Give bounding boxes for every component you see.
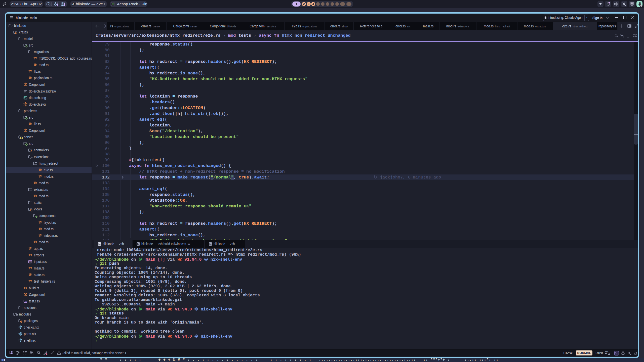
svg-text:CSS: CSS — [29, 261, 32, 263]
svg-text:CSS: CSS — [24, 300, 27, 302]
